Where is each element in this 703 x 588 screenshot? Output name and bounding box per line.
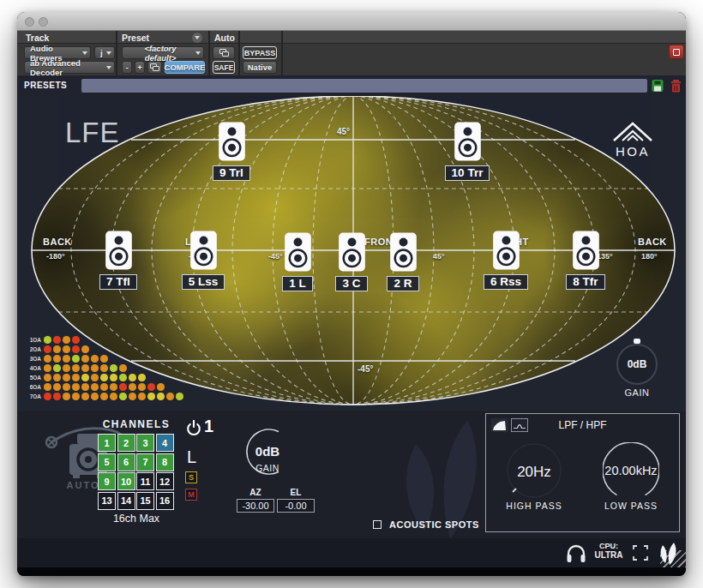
channel-cell-2[interactable]: 2 (117, 434, 135, 452)
meter-row-label: 1OA (22, 337, 41, 343)
channel-cell-9[interactable]: 9 (98, 472, 116, 490)
compare-button[interactable]: COMPARE (165, 61, 205, 74)
channel-cell-10[interactable]: 10 (117, 472, 135, 490)
preset-selector[interactable]: <factory default> (122, 46, 204, 59)
meter-dot (138, 393, 146, 400)
meter-dot (138, 383, 146, 391)
shelf-filter-tab[interactable] (491, 418, 508, 432)
meter-dot (157, 383, 165, 391)
channel-cell-7[interactable]: 7 (136, 453, 154, 471)
channel-cell-8[interactable]: 8 (156, 453, 174, 471)
plugin-target-button[interactable] (669, 45, 684, 59)
speaker-2-r[interactable]: 2 R (369, 232, 437, 291)
meter-dot (44, 336, 51, 344)
channel-cell-5[interactable]: 5 (98, 453, 116, 471)
channel-cell-16[interactable]: 16 (156, 492, 174, 510)
channel-gain-label: GAIN (248, 463, 287, 473)
power-icon[interactable] (185, 420, 202, 437)
channel-cell-13[interactable]: 13 (98, 492, 116, 510)
window-minimize-button[interactable] (39, 17, 48, 27)
speaker-7-tfl[interactable]: 7 Tfl (84, 231, 153, 290)
save-preset-icon[interactable] (652, 79, 664, 93)
native-button[interactable]: Native (243, 61, 277, 74)
speaker-5-lss[interactable]: 5 Lss (169, 231, 237, 290)
bell-filter-tab[interactable] (511, 418, 528, 432)
meter-row-5oa: 5OA (22, 373, 185, 382)
speaker-8-tfr[interactable]: 8 Tfr (551, 231, 620, 290)
speaker-6-rss[interactable]: 6 Rss (472, 231, 540, 290)
delete-preset-icon[interactable] (670, 79, 682, 93)
bypass-button[interactable]: BYPASS (243, 46, 277, 59)
automation-icon (219, 49, 229, 57)
acoustic-spots-toggle[interactable]: ACOUSTIC SPOTS (373, 519, 479, 530)
controls-panel: AUTO CHANNELS 12345678910111213141516 16… (17, 411, 686, 538)
hoa-label: HOA (607, 144, 658, 159)
speaker-icon (572, 231, 600, 270)
meter-dot (72, 336, 80, 344)
speaker-label: 5 Lss (182, 274, 225, 290)
automation-button[interactable] (213, 46, 235, 59)
window-titlebar[interactable] (17, 12, 686, 31)
headphone-icon[interactable] (566, 543, 586, 563)
channel-cell-14[interactable]: 14 (117, 492, 135, 510)
preset-name-field[interactable] (81, 79, 647, 93)
channel-cell-3[interactable]: 3 (136, 434, 154, 452)
mute-button[interactable]: M (185, 489, 197, 501)
copy-settings-button[interactable] (147, 61, 162, 74)
track-section-label: Track (26, 33, 49, 43)
caret-down-icon (106, 66, 111, 69)
speaker-label: 1 L (282, 276, 313, 291)
speaker-9-trl[interactable]: 9 Trl (197, 122, 266, 181)
speaker-label: 2 R (387, 276, 418, 291)
channels-max-label: 16ch Max (94, 513, 178, 525)
caret-down-icon (195, 36, 200, 39)
safe-button[interactable]: SAFE (213, 61, 235, 74)
meter-dot (110, 374, 117, 381)
meter-dot (91, 383, 99, 391)
speaker-icon (338, 232, 366, 272)
speaker-icon (218, 122, 246, 161)
toolbar-divider (208, 31, 210, 75)
solo-button[interactable]: S (185, 471, 197, 483)
preset-menu-button[interactable] (192, 33, 202, 43)
speaker-icon (189, 231, 218, 270)
low-pass-label: LOW PASS (595, 501, 667, 511)
latitude-minus45-label: -45° (358, 364, 373, 374)
channel-cell-15[interactable]: 15 (136, 492, 154, 510)
fullscreen-icon[interactable] (633, 545, 648, 561)
meter-dot (81, 393, 89, 400)
cpu-indicator[interactable]: CPU: ULTRA (590, 542, 628, 560)
elevation-field[interactable]: -0.00 (277, 499, 315, 513)
channel-cell-11[interactable]: 11 (136, 472, 154, 490)
meter-dot (81, 383, 89, 391)
cpu-value: ULTRA (590, 550, 628, 560)
cpu-label: CPU: (590, 542, 628, 550)
meter-dot (100, 383, 108, 391)
meter-dot (72, 355, 80, 363)
window-close-button[interactable] (25, 17, 34, 27)
azimuth-degrees: -180° (46, 252, 65, 261)
channel-cell-1[interactable]: 1 (98, 434, 116, 452)
preset-increment-button[interactable]: + (135, 61, 145, 74)
channel-cell-4[interactable]: 4 (156, 434, 174, 452)
speaker-10-trr[interactable]: 10 Trr (433, 122, 502, 181)
preset-decrement-button[interactable]: - (122, 61, 132, 74)
checkbox-icon[interactable] (373, 520, 382, 529)
azimuth-field[interactable]: -30.00 (237, 499, 274, 513)
high-pass-value: 20Hz (503, 464, 565, 481)
channel-cell-12[interactable]: 12 (156, 472, 174, 490)
spatial-map[interactable]: LFE HOA 45° -45° BACK -180° -135° LEFT -… (17, 96, 686, 411)
plugin-selector[interactable]: ab Advanced Decoder (24, 61, 115, 74)
meter-dot (63, 345, 70, 353)
hoa-mode-button[interactable]: HOA (607, 120, 658, 159)
plugin-window: Track Preset Auto Audio Brewers j ab Adv… (17, 12, 686, 576)
meter-dot (91, 364, 99, 372)
meter-dot (53, 383, 61, 391)
meter-row-4oa: 4OA (22, 363, 185, 373)
master-gain-knob[interactable]: 0dB (616, 344, 658, 385)
channel-cell-6[interactable]: 6 (117, 453, 135, 471)
acoustic-spots-label: ACOUSTIC SPOTS (389, 519, 479, 530)
meter-dot (44, 393, 51, 400)
meter-dot (72, 345, 80, 353)
meter-dot (81, 355, 89, 363)
